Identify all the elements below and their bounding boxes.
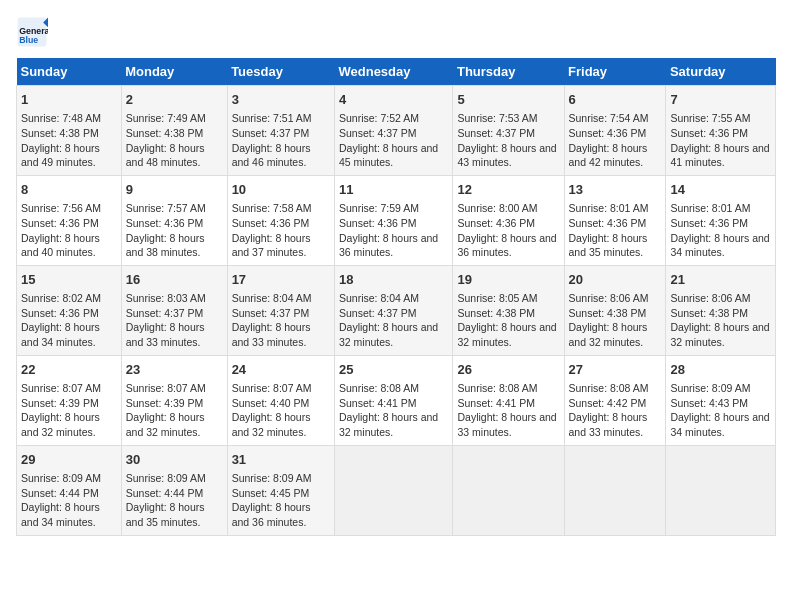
- sunrise: Sunrise: 8:09 AM: [232, 472, 312, 484]
- calendar-cell: 3Sunrise: 7:51 AMSunset: 4:37 PMDaylight…: [227, 86, 334, 176]
- sunset: Sunset: 4:38 PM: [670, 307, 748, 319]
- daylight: Daylight: 8 hours and 40 minutes.: [21, 232, 100, 259]
- day-number: 22: [21, 361, 117, 379]
- sunset: Sunset: 4:36 PM: [339, 217, 417, 229]
- sunset: Sunset: 4:40 PM: [232, 397, 310, 409]
- sunrise: Sunrise: 7:48 AM: [21, 112, 101, 124]
- day-number: 4: [339, 91, 448, 109]
- sunrise: Sunrise: 7:49 AM: [126, 112, 206, 124]
- sunset: Sunset: 4:38 PM: [126, 127, 204, 139]
- sunset: Sunset: 4:36 PM: [670, 217, 748, 229]
- sunset: Sunset: 4:38 PM: [457, 307, 535, 319]
- daylight: Daylight: 8 hours and 36 minutes.: [457, 232, 556, 259]
- daylight: Daylight: 8 hours and 33 minutes.: [569, 411, 648, 438]
- day-number: 27: [569, 361, 662, 379]
- daylight: Daylight: 8 hours and 32 minutes.: [339, 411, 438, 438]
- day-number: 13: [569, 181, 662, 199]
- calendar-cell: 17Sunrise: 8:04 AMSunset: 4:37 PMDayligh…: [227, 265, 334, 355]
- day-number: 28: [670, 361, 771, 379]
- sunrise: Sunrise: 8:08 AM: [569, 382, 649, 394]
- sunrise: Sunrise: 8:06 AM: [569, 292, 649, 304]
- calendar-cell: 7Sunrise: 7:55 AMSunset: 4:36 PMDaylight…: [666, 86, 776, 176]
- sunrise: Sunrise: 8:09 AM: [21, 472, 101, 484]
- daylight: Daylight: 8 hours and 45 minutes.: [339, 142, 438, 169]
- sunset: Sunset: 4:36 PM: [457, 217, 535, 229]
- sunset: Sunset: 4:36 PM: [126, 217, 204, 229]
- day-number: 26: [457, 361, 559, 379]
- day-number: 6: [569, 91, 662, 109]
- day-number: 11: [339, 181, 448, 199]
- calendar-cell: 24Sunrise: 8:07 AMSunset: 4:40 PMDayligh…: [227, 355, 334, 445]
- svg-text:General: General: [19, 26, 48, 36]
- calendar-cell: 14Sunrise: 8:01 AMSunset: 4:36 PMDayligh…: [666, 175, 776, 265]
- sunrise: Sunrise: 8:00 AM: [457, 202, 537, 214]
- sunset: Sunset: 4:37 PM: [339, 127, 417, 139]
- header-thursday: Thursday: [453, 58, 564, 86]
- calendar-cell: 11Sunrise: 7:59 AMSunset: 4:36 PMDayligh…: [334, 175, 452, 265]
- day-number: 9: [126, 181, 223, 199]
- day-number: 2: [126, 91, 223, 109]
- sunset: Sunset: 4:36 PM: [21, 217, 99, 229]
- sunrise: Sunrise: 7:52 AM: [339, 112, 419, 124]
- sunset: Sunset: 4:36 PM: [670, 127, 748, 139]
- header-saturday: Saturday: [666, 58, 776, 86]
- header-monday: Monday: [121, 58, 227, 86]
- calendar-table: SundayMondayTuesdayWednesdayThursdayFrid…: [16, 58, 776, 536]
- calendar-week-1: 1Sunrise: 7:48 AMSunset: 4:38 PMDaylight…: [17, 86, 776, 176]
- day-number: 17: [232, 271, 330, 289]
- calendar-cell: 26Sunrise: 8:08 AMSunset: 4:41 PMDayligh…: [453, 355, 564, 445]
- daylight: Daylight: 8 hours and 32 minutes.: [21, 411, 100, 438]
- calendar-cell: 2Sunrise: 7:49 AMSunset: 4:38 PMDaylight…: [121, 86, 227, 176]
- day-number: 23: [126, 361, 223, 379]
- calendar-cell: 1Sunrise: 7:48 AMSunset: 4:38 PMDaylight…: [17, 86, 122, 176]
- sunrise: Sunrise: 8:08 AM: [457, 382, 537, 394]
- daylight: Daylight: 8 hours and 34 minutes.: [670, 232, 769, 259]
- day-number: 7: [670, 91, 771, 109]
- day-number: 14: [670, 181, 771, 199]
- calendar-cell: 9Sunrise: 7:57 AMSunset: 4:36 PMDaylight…: [121, 175, 227, 265]
- daylight: Daylight: 8 hours and 43 minutes.: [457, 142, 556, 169]
- sunset: Sunset: 4:36 PM: [21, 307, 99, 319]
- sunrise: Sunrise: 8:04 AM: [339, 292, 419, 304]
- daylight: Daylight: 8 hours and 38 minutes.: [126, 232, 205, 259]
- sunrise: Sunrise: 8:07 AM: [232, 382, 312, 394]
- daylight: Daylight: 8 hours and 34 minutes.: [21, 501, 100, 528]
- day-number: 16: [126, 271, 223, 289]
- sunrise: Sunrise: 8:09 AM: [670, 382, 750, 394]
- daylight: Daylight: 8 hours and 32 minutes.: [457, 321, 556, 348]
- daylight: Daylight: 8 hours and 42 minutes.: [569, 142, 648, 169]
- daylight: Daylight: 8 hours and 35 minutes.: [126, 501, 205, 528]
- header-friday: Friday: [564, 58, 666, 86]
- sunrise: Sunrise: 7:57 AM: [126, 202, 206, 214]
- day-number: 20: [569, 271, 662, 289]
- daylight: Daylight: 8 hours and 37 minutes.: [232, 232, 311, 259]
- sunset: Sunset: 4:39 PM: [126, 397, 204, 409]
- sunset: Sunset: 4:41 PM: [339, 397, 417, 409]
- sunrise: Sunrise: 8:06 AM: [670, 292, 750, 304]
- calendar-week-2: 8Sunrise: 7:56 AMSunset: 4:36 PMDaylight…: [17, 175, 776, 265]
- sunrise: Sunrise: 8:03 AM: [126, 292, 206, 304]
- daylight: Daylight: 8 hours and 36 minutes.: [339, 232, 438, 259]
- sunrise: Sunrise: 7:51 AM: [232, 112, 312, 124]
- sunrise: Sunrise: 8:01 AM: [670, 202, 750, 214]
- calendar-cell: 16Sunrise: 8:03 AMSunset: 4:37 PMDayligh…: [121, 265, 227, 355]
- daylight: Daylight: 8 hours and 32 minutes.: [126, 411, 205, 438]
- calendar-week-5: 29Sunrise: 8:09 AMSunset: 4:44 PMDayligh…: [17, 445, 776, 535]
- sunrise: Sunrise: 8:09 AM: [126, 472, 206, 484]
- day-number: 29: [21, 451, 117, 469]
- calendar-cell: 4Sunrise: 7:52 AMSunset: 4:37 PMDaylight…: [334, 86, 452, 176]
- calendar-week-4: 22Sunrise: 8:07 AMSunset: 4:39 PMDayligh…: [17, 355, 776, 445]
- calendar-cell: [666, 445, 776, 535]
- sunrise: Sunrise: 7:56 AM: [21, 202, 101, 214]
- logo: General Blue: [16, 16, 48, 48]
- calendar-cell: 6Sunrise: 7:54 AMSunset: 4:36 PMDaylight…: [564, 86, 666, 176]
- sunset: Sunset: 4:36 PM: [569, 217, 647, 229]
- daylight: Daylight: 8 hours and 33 minutes.: [126, 321, 205, 348]
- day-number: 8: [21, 181, 117, 199]
- daylight: Daylight: 8 hours and 36 minutes.: [232, 501, 311, 528]
- day-number: 24: [232, 361, 330, 379]
- header-tuesday: Tuesday: [227, 58, 334, 86]
- daylight: Daylight: 8 hours and 34 minutes.: [670, 411, 769, 438]
- calendar-cell: 28Sunrise: 8:09 AMSunset: 4:43 PMDayligh…: [666, 355, 776, 445]
- calendar-cell: 13Sunrise: 8:01 AMSunset: 4:36 PMDayligh…: [564, 175, 666, 265]
